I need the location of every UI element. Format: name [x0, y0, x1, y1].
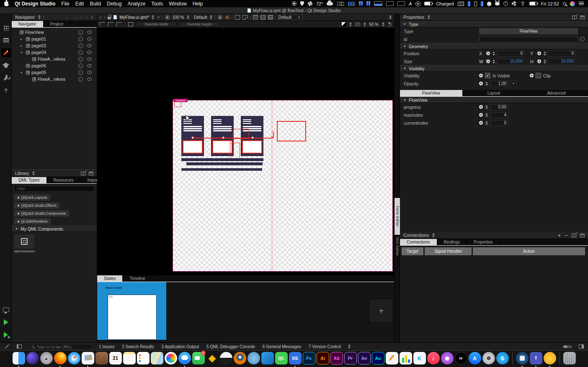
- base-state-card[interactable]: Base state: [97, 282, 166, 340]
- import-button-qtquick-layouts[interactable]: +QtQuick.Layouts: [14, 195, 50, 200]
- shield-icon[interactable]: [300, 1, 304, 6]
- open-file-name[interactable]: MyFlow.ui.qml*: [119, 15, 149, 20]
- toggle-right-sidebar-icon[interactable]: [579, 344, 584, 349]
- paw-icon[interactable]: [495, 2, 500, 5]
- y-value-input[interactable]: 0: [548, 51, 576, 56]
- menu-window[interactable]: Window: [169, 1, 187, 7]
- visibility-eye-icon[interactable]: [87, 51, 92, 54]
- close-pane-icon[interactable]: [89, 172, 93, 175]
- value-stepper[interactable]: [485, 121, 488, 125]
- toolbar-overflow-stepper[interactable]: [389, 15, 392, 19]
- visibility-eye-icon[interactable]: [87, 71, 92, 74]
- dock-item-qt-creator[interactable]: QC: [275, 352, 288, 367]
- input-source-icon[interactable]: A: [409, 1, 412, 6]
- dock-item-qt-design-studio[interactable]: DS: [289, 352, 302, 367]
- network-speed-text[interactable]: 1 KB/s3 KB/s: [337, 1, 344, 6]
- tab-navigator[interactable]: Navigator: [12, 21, 44, 27]
- cpu-graph-icon[interactable]: [374, 1, 382, 6]
- disk-graph-icon[interactable]: [397, 1, 405, 6]
- file-selector-stepper[interactable]: [152, 15, 155, 19]
- component-tile-myflowscreen[interactable]: [14, 234, 34, 249]
- debug-run-button[interactable]: [1, 330, 10, 339]
- help-mode-button[interactable]: ?: [1, 86, 10, 95]
- siri-icon[interactable]: [570, 1, 575, 6]
- back-button[interactable]: ‹: [100, 15, 101, 20]
- menu-analyze[interactable]: Analyze: [127, 1, 145, 7]
- add-connection-icon[interactable]: +: [558, 232, 561, 239]
- expander-icon[interactable]: ▸: [21, 37, 24, 41]
- export-icon[interactable]: ←: [78, 64, 83, 68]
- notification-center-icon[interactable]: [579, 2, 584, 5]
- weather-cloud-icon[interactable]: [327, 2, 333, 5]
- dock-item-adobe-xd[interactable]: Xd: [330, 352, 343, 367]
- flow-item-selected[interactable]: [183, 140, 203, 154]
- output-pane-5-qml-debugger-console[interactable]: 5 QML Debugger Console: [206, 344, 255, 349]
- flow-item-selected[interactable]: [242, 140, 262, 154]
- pane-selector-stepper[interactable]: [38, 15, 41, 19]
- columns-view-icon[interactable]: [260, 15, 266, 20]
- menubar-clock[interactable]: Fri 12:52: [541, 1, 559, 6]
- import-button-qtquick-studio-components[interactable]: +QtQuick.Studio.Components: [14, 210, 69, 216]
- override-width-input[interactable]: Override Width: [136, 22, 176, 27]
- dock-item-trash[interactable]: [563, 352, 576, 367]
- meter-icon[interactable]: [366, 1, 370, 6]
- tab-states[interactable]: States: [97, 275, 123, 282]
- target-icon[interactable]: [165, 15, 170, 20]
- property-value-input[interactable]: 0,00: [490, 104, 508, 110]
- memory-graph-icon[interactable]: [386, 1, 394, 6]
- export-icon[interactable]: ←: [78, 77, 83, 82]
- dock-item-after-effects[interactable]: Ae: [358, 352, 371, 367]
- split-pane-icon[interactable]: [81, 172, 85, 175]
- dock-item-skype[interactable]: S: [496, 352, 509, 367]
- flow-transition-line[interactable]: [192, 138, 273, 139]
- dock-item-contacts[interactable]: [95, 352, 108, 367]
- flow-decision-node[interactable]: [174, 102, 181, 107]
- export-icon[interactable]: ←: [580, 37, 585, 41]
- binding-indicator-icon[interactable]: [479, 113, 483, 117]
- import-button-qtquick-studio-effects[interactable]: +QtQuick.Studio.Effects: [14, 203, 59, 208]
- tree-item-page04[interactable]: ▾page04←: [12, 49, 97, 56]
- battery-icon[interactable]: [424, 2, 432, 5]
- export-icon[interactable]: ←: [78, 30, 83, 35]
- keyboard-icon[interactable]: [458, 2, 464, 6]
- close-pane-icon[interactable]: [580, 15, 585, 19]
- tree-item-page01[interactable]: ▸page01←: [12, 36, 97, 42]
- section-visibility[interactable]: ▼Visibility: [400, 65, 588, 72]
- visibility-eye-icon[interactable]: [87, 44, 92, 47]
- dock-item-notes[interactable]: [123, 352, 136, 367]
- tree-item-page05[interactable]: ▾page05←: [12, 69, 97, 76]
- projects-mode-button[interactable]: [1, 73, 10, 82]
- output-pane-2-search-results[interactable]: 2 Search Results: [122, 344, 154, 349]
- fan-icon[interactable]: [512, 1, 516, 6]
- spotlight-search-icon[interactable]: [563, 2, 566, 5]
- grid-view-icon[interactable]: [268, 15, 273, 20]
- dock-item-messages[interactable]: [178, 352, 191, 367]
- dock-item-photoshop[interactable]: Ps: [303, 352, 315, 367]
- dock-item-audition[interactable]: Au: [372, 352, 384, 367]
- output-pane-3-application-output[interactable]: 3 Application Output: [161, 344, 199, 349]
- dock-item-keynote[interactable]: K: [413, 352, 426, 367]
- visibility-eye-icon[interactable]: [87, 37, 92, 41]
- transition-handle[interactable]: [222, 136, 224, 139]
- column-header-action[interactable]: Action: [473, 247, 585, 255]
- import-button-qt-saferenderer[interactable]: +Qt.SafeRenderer: [14, 218, 51, 224]
- zoom-stepper[interactable]: [187, 15, 190, 19]
- output-pane-6-general-messages[interactable]: 6 General Messages: [263, 344, 301, 349]
- menu-tools[interactable]: Tools: [151, 1, 163, 7]
- export-icon[interactable]: ←: [78, 37, 83, 41]
- menu-edit[interactable]: Edit: [75, 1, 84, 7]
- binding-indicator-icon[interactable]: [537, 59, 541, 63]
- wifi-icon[interactable]: [520, 2, 526, 6]
- forward-button[interactable]: ›: [104, 15, 106, 20]
- dock-item-app-store[interactable]: A: [469, 352, 481, 367]
- meter-icon[interactable]: [359, 1, 363, 6]
- zoom-value[interactable]: 100 %: [172, 15, 184, 20]
- column-header-signal-handler[interactable]: Signal Handler: [425, 247, 472, 255]
- tab-form-editor[interactable]: Form Editor: [395, 198, 400, 235]
- h-stepper[interactable]: [543, 59, 546, 64]
- flow-item-selected[interactable]: [212, 140, 232, 154]
- pane-selector-stepper[interactable]: [432, 233, 435, 237]
- x-stepper[interactable]: [492, 51, 495, 56]
- dock-item-maps[interactable]: [151, 352, 163, 367]
- flowview-artboard[interactable]: FlowView: [173, 100, 392, 271]
